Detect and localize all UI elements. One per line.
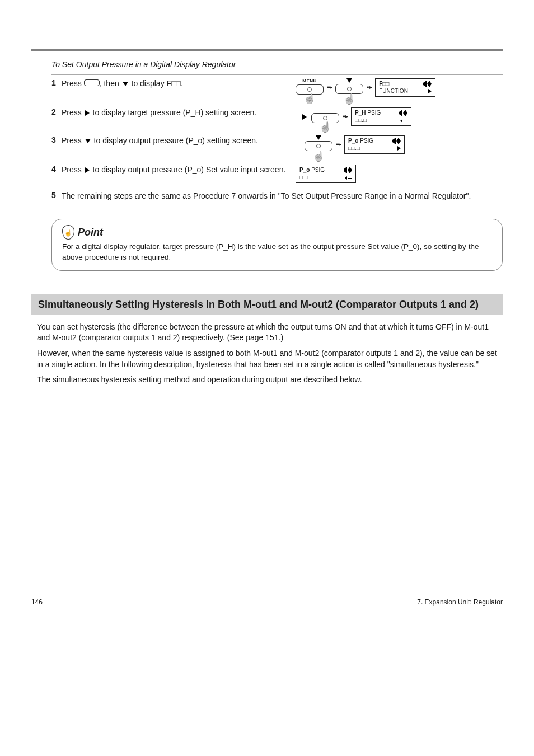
step-num: 3 bbox=[51, 135, 62, 144]
thin-rule bbox=[51, 74, 503, 75]
intro-heading: To Set Output Pressure in a Digital Disp… bbox=[51, 60, 503, 69]
down-arrow-icon bbox=[85, 139, 91, 143]
lcd-screen-4: P_o PSIG □□.□ bbox=[296, 165, 356, 183]
step-num: 1 bbox=[51, 78, 62, 87]
down-arrow-icon bbox=[346, 78, 352, 83]
point-label: Point bbox=[78, 227, 103, 238]
right-arrow-icon bbox=[302, 114, 307, 120]
menu-label: MENU bbox=[302, 78, 317, 83]
hand-icon: ☝ bbox=[343, 94, 355, 104]
right-arrow-icon bbox=[85, 110, 90, 116]
step-1-diagram: MENU ☝ ▪▪▸ ☝ ▪▪▸ F□□ FUNCTION bbox=[296, 78, 503, 104]
step-text: Press , then to display F□□. bbox=[62, 78, 290, 89]
page-number: 146 bbox=[31, 598, 43, 606]
arrow-icon: ▪▪▸ bbox=[343, 113, 348, 119]
step-text: Press to display output pressure (P_o) S… bbox=[62, 165, 290, 175]
svg-rect-0 bbox=[84, 80, 99, 86]
step-num: 4 bbox=[51, 165, 62, 173]
right-arrow-icon bbox=[85, 167, 90, 173]
arrow-icon: ▪▪▸ bbox=[336, 141, 341, 147]
down-arrow-icon bbox=[123, 82, 128, 86]
lcd-screen-3: P_o PSIG □□.□ bbox=[344, 135, 405, 154]
step-2: 2 Press to display target pressure (P_H)… bbox=[51, 107, 503, 132]
section-heading: Simultaneously Setting Hysteresis in Bot… bbox=[31, 294, 503, 315]
button-figure: ☝ bbox=[311, 107, 339, 132]
step-4: 4 Press to display output pressure (P_o)… bbox=[51, 165, 503, 183]
lcd-screen-1: F□□ FUNCTION bbox=[375, 78, 435, 97]
down-arrow-icon bbox=[316, 135, 321, 140]
page-footer: 146 7. Expansion Unit: Regulator bbox=[31, 598, 503, 606]
menu-key bbox=[84, 79, 100, 88]
hand-icon: ☝ bbox=[303, 93, 316, 104]
hand-icon: ☝ bbox=[319, 122, 331, 132]
step-text: Press to display target pressure (P_H) s… bbox=[62, 107, 290, 118]
step-text: Press to display output pressure (P_o) s… bbox=[62, 135, 290, 146]
section-para-1: You can set hysteresis (the difference b… bbox=[37, 322, 503, 344]
section-para-2: However, when the same hysteresis value … bbox=[37, 348, 503, 370]
step-3-diagram: ☝ ▪▪▸ P_o PSIG □□.□ bbox=[296, 135, 503, 161]
step-2-diagram: ☝ ▪▪▸ P_H PSIG □□.□ bbox=[296, 107, 503, 132]
step-num: 2 bbox=[51, 107, 62, 116]
menu-button-figure: MENU ☝ bbox=[296, 78, 324, 104]
section-para-3: The simultaneous hysteresis setting meth… bbox=[37, 374, 503, 386]
down-button-figure: ☝ bbox=[335, 78, 363, 104]
step-4-diagram: P_o PSIG □□.□ bbox=[296, 165, 503, 183]
lcd-screen-2: P_H PSIG □□.□ bbox=[351, 107, 411, 126]
arrow-icon: ▪▪▸ bbox=[327, 84, 332, 90]
step-text: The remaining steps are the same as Proc… bbox=[62, 191, 503, 201]
point-body: For a digital display regulator, target … bbox=[62, 242, 492, 262]
enter-icon bbox=[346, 175, 352, 180]
point-icon: ☝ bbox=[62, 225, 74, 240]
step-5: 5 The remaining steps are the same as Pr… bbox=[51, 191, 503, 201]
hand-icon: ☝ bbox=[312, 151, 325, 161]
arrow-icon: ▪▪▸ bbox=[367, 84, 372, 90]
point-callout: ☝ Point For a digital display regulator,… bbox=[51, 219, 503, 270]
step-3: 3 Press to display output pressure (P_o)… bbox=[51, 135, 503, 161]
top-rule bbox=[31, 49, 503, 51]
step-num: 5 bbox=[51, 191, 62, 200]
down-button-figure: ☝ bbox=[305, 135, 332, 161]
footer-chapter: 7. Expansion Unit: Regulator bbox=[417, 598, 503, 606]
enter-icon bbox=[402, 118, 407, 123]
step-1: 1 Press , then to display F□□. MENU ☝ ▪▪… bbox=[51, 78, 503, 104]
